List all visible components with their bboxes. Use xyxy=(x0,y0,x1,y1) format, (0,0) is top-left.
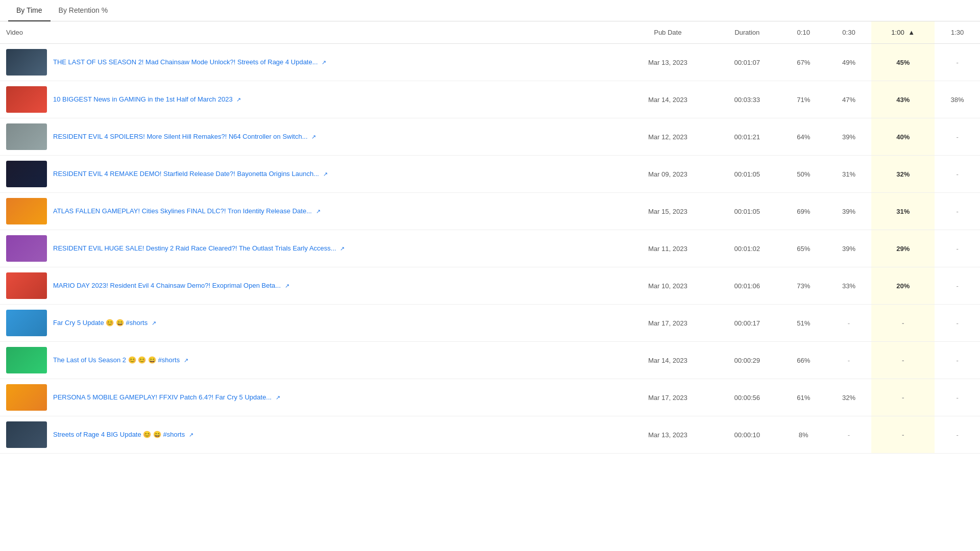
col-video: Video xyxy=(0,21,622,44)
thumbnail-8 xyxy=(6,310,47,336)
t010-cell-8: 51% xyxy=(781,305,826,342)
duration-cell-3: 00:01:21 xyxy=(714,118,781,156)
t030-cell-9: - xyxy=(826,342,872,379)
video-title-10[interactable]: PERSONA 5 MOBILE GAMEPLAY! FFXIV Patch 6… xyxy=(53,393,280,402)
duration-cell-4: 00:01:05 xyxy=(714,156,781,193)
t130-cell-6: - xyxy=(935,230,980,267)
pub-date-cell-6: Mar 11, 2023 xyxy=(622,230,713,267)
duration-cell-5: 00:01:05 xyxy=(714,193,781,230)
video-cell-11: Streets of Rage 4 BIG Update 😊 😄 #shorts… xyxy=(0,416,622,454)
thumbnail-10 xyxy=(6,384,47,411)
sort-arrow-icon: ▲ xyxy=(908,29,915,36)
thumbnail-11 xyxy=(6,421,47,448)
t130-cell-8: - xyxy=(935,305,980,342)
dash-value: - xyxy=(902,394,904,402)
t100-cell-7: 20% xyxy=(871,267,935,305)
external-link-icon: ↗ xyxy=(236,96,241,104)
thumbnail-2 xyxy=(6,86,47,113)
tab-by-time[interactable]: By Time xyxy=(8,0,51,21)
t030-cell-8: - xyxy=(826,305,872,342)
external-link-icon: ↗ xyxy=(323,170,328,178)
video-table: Video Pub Date Duration 0:10 0:30 1:00 ▲… xyxy=(0,21,980,454)
video-title-2[interactable]: 10 BIGGEST News in GAMING in the 1st Hal… xyxy=(53,95,241,104)
video-cell-7: MARIO DAY 2023! Resident Evil 4 Chainsaw… xyxy=(0,267,622,305)
table-row: PERSONA 5 MOBILE GAMEPLAY! FFXIV Patch 6… xyxy=(0,379,980,416)
duration-cell-1: 00:01:07 xyxy=(714,44,781,81)
duration-cell-10: 00:00:56 xyxy=(714,379,781,416)
video-title-1[interactable]: THE LAST OF US SEASON 2! Mad Chainsaw Mo… xyxy=(53,58,326,67)
table-wrapper: Video Pub Date Duration 0:10 0:30 1:00 ▲… xyxy=(0,21,980,454)
external-link-icon: ↗ xyxy=(322,59,326,66)
t130-cell-4: - xyxy=(935,156,980,193)
video-title-6[interactable]: RESIDENT EVIL HUGE SALE! Destiny 2 Raid … xyxy=(53,244,345,253)
video-cell-10: PERSONA 5 MOBILE GAMEPLAY! FFXIV Patch 6… xyxy=(0,379,622,416)
t010-cell-11: 8% xyxy=(781,416,826,454)
t010-cell-7: 73% xyxy=(781,267,826,305)
table-row: The Last of Us Season 2 😊 😊 😄 #shorts ↗M… xyxy=(0,342,980,379)
thumbnail-5 xyxy=(6,198,47,224)
t030-cell-11: - xyxy=(826,416,872,454)
pub-date-cell-9: Mar 14, 2023 xyxy=(622,342,713,379)
t030-cell-10: 32% xyxy=(826,379,872,416)
external-link-icon: ↗ xyxy=(189,431,193,439)
duration-cell-11: 00:00:10 xyxy=(714,416,781,454)
duration-cell-6: 00:01:02 xyxy=(714,230,781,267)
tab-bar: By Time By Retention % xyxy=(0,0,980,21)
video-cell-4: RESIDENT EVIL 4 REMAKE DEMO! Starfield R… xyxy=(0,156,622,193)
col-t030: 0:30 xyxy=(826,21,872,44)
duration-cell-8: 00:00:17 xyxy=(714,305,781,342)
table-row: ATLAS FALLEN GAMEPLAY! Cities Skylines F… xyxy=(0,193,980,230)
video-cell-1: THE LAST OF US SEASON 2! Mad Chainsaw Mo… xyxy=(0,44,622,81)
pub-date-cell-1: Mar 13, 2023 xyxy=(622,44,713,81)
dash-value: - xyxy=(956,282,958,290)
t130-cell-7: - xyxy=(935,267,980,305)
t100-cell-9: - xyxy=(871,342,935,379)
t130-cell-9: - xyxy=(935,342,980,379)
duration-cell-9: 00:00:29 xyxy=(714,342,781,379)
external-link-icon: ↗ xyxy=(152,319,156,327)
t100-cell-10: - xyxy=(871,379,935,416)
table-row: RESIDENT EVIL 4 REMAKE DEMO! Starfield R… xyxy=(0,156,980,193)
video-title-8[interactable]: Far Cry 5 Update 😊 😄 #shorts ↗ xyxy=(53,318,156,328)
pub-date-cell-10: Mar 17, 2023 xyxy=(622,379,713,416)
dash-value: - xyxy=(902,431,904,439)
col-t100[interactable]: 1:00 ▲ xyxy=(871,21,935,44)
video-title-4[interactable]: RESIDENT EVIL 4 REMAKE DEMO! Starfield R… xyxy=(53,169,328,179)
external-link-icon: ↗ xyxy=(285,282,289,290)
thumbnail-9 xyxy=(6,347,47,373)
pub-date-cell-2: Mar 14, 2023 xyxy=(622,81,713,118)
video-title-7[interactable]: MARIO DAY 2023! Resident Evil 4 Chainsaw… xyxy=(53,281,289,290)
table-row: Streets of Rage 4 BIG Update 😊 😄 #shorts… xyxy=(0,416,980,454)
external-link-icon: ↗ xyxy=(340,245,345,253)
thumbnail-1 xyxy=(6,49,47,76)
table-row: 10 BIGGEST News in GAMING in the 1st Hal… xyxy=(0,81,980,118)
t030-cell-7: 33% xyxy=(826,267,872,305)
external-link-icon: ↗ xyxy=(311,133,316,141)
col-t010: 0:10 xyxy=(781,21,826,44)
t130-cell-3: - xyxy=(935,118,980,156)
table-row: RESIDENT EVIL HUGE SALE! Destiny 2 Raid … xyxy=(0,230,980,267)
video-cell-9: The Last of Us Season 2 😊 😊 😄 #shorts ↗ xyxy=(0,342,622,379)
dash-value: - xyxy=(956,208,958,215)
dash-value: - xyxy=(902,357,904,364)
video-title-3[interactable]: RESIDENT EVIL 4 SPOILERS! More Silent Hi… xyxy=(53,132,316,141)
tab-by-retention[interactable]: By Retention % xyxy=(51,0,116,21)
video-title-9[interactable]: The Last of Us Season 2 😊 😊 😄 #shorts ↗ xyxy=(53,356,188,365)
thumbnail-4 xyxy=(6,161,47,187)
t010-cell-9: 66% xyxy=(781,342,826,379)
video-title-5[interactable]: ATLAS FALLEN GAMEPLAY! Cities Skylines F… xyxy=(53,207,321,216)
dash-value: - xyxy=(956,357,958,364)
table-row: THE LAST OF US SEASON 2! Mad Chainsaw Mo… xyxy=(0,44,980,81)
col-duration: Duration xyxy=(714,21,781,44)
t100-cell-2: 43% xyxy=(871,81,935,118)
t100-cell-3: 40% xyxy=(871,118,935,156)
thumbnail-6 xyxy=(6,235,47,262)
t130-cell-2: 38% xyxy=(935,81,980,118)
table-row: MARIO DAY 2023! Resident Evil 4 Chainsaw… xyxy=(0,267,980,305)
t130-cell-1: - xyxy=(935,44,980,81)
external-link-icon: ↗ xyxy=(276,394,280,402)
dash-value: - xyxy=(848,357,850,364)
table-row: RESIDENT EVIL 4 SPOILERS! More Silent Hi… xyxy=(0,118,980,156)
video-title-11[interactable]: Streets of Rage 4 BIG Update 😊 😄 #shorts… xyxy=(53,430,193,439)
pub-date-cell-8: Mar 17, 2023 xyxy=(622,305,713,342)
